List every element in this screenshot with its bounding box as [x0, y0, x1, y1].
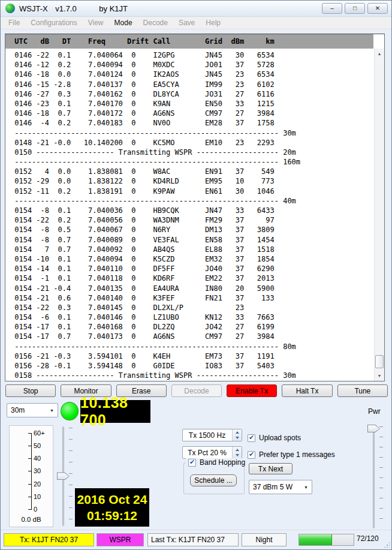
decode-row: 0154 -17 0.1 7.040168 0 DL2ZQ JO42 27 61…	[10, 322, 374, 332]
menu-file[interactable]: File	[3, 17, 25, 28]
spin-up-icon	[236, 449, 239, 451]
pwr-slider[interactable]	[366, 423, 384, 531]
decode-row: 0146 -15 -2.8 7.040137 0 EA5CYA IM99 23 …	[10, 80, 374, 89]
tx-pct-spinner[interactable]: Tx Pct 20 %	[182, 446, 242, 459]
check-icon: ✔	[249, 451, 254, 458]
check-icon: ✔	[189, 459, 195, 465]
tx-freq-value: Tx 1500 Hz	[183, 429, 231, 441]
frequency-display: 10.138 700	[80, 400, 150, 423]
spin-up-button[interactable]	[233, 447, 242, 453]
menu-save[interactable]: Save	[173, 17, 200, 28]
menu-bar: File Configurations View Mode Decode Sav…	[1, 17, 391, 29]
maximize-icon: □	[353, 5, 357, 11]
minimize-button[interactable]: –	[322, 3, 342, 14]
pwr-slider-ticks	[379, 426, 383, 528]
decode-row: 0154 -8 0.7 7.040089 0 VE3FAL EN58 37 14…	[10, 235, 374, 245]
tx-freq-spinner[interactable]: Tx 1500 Hz	[182, 429, 242, 441]
decode-row: 0146 -27 0.3 7.040162 0 DL8YCA JO31 27 6…	[10, 89, 374, 99]
power-select[interactable]: 37 dBm 5 W ▼	[249, 480, 312, 494]
meter-tick	[28, 471, 32, 471]
spin-down-button[interactable]	[233, 435, 242, 441]
decode-row: 0146 -23 0.1 7.040170 0 K9AN EN50 33 121…	[10, 99, 374, 109]
halt-tx-button[interactable]: Halt Tx	[282, 384, 332, 397]
decode-row: 0156 -21 -0.3 3.594101 0 K4EH EM73 37 11…	[10, 351, 374, 361]
decode-header-line: UTC dB DT Freq Drift Call Grid dBm km	[5, 34, 373, 49]
decode-row: 0154 -21 0.6 7.040140 0 K3FEF FN21 37 13…	[10, 293, 374, 303]
scroll-down-icon: ▼	[378, 374, 382, 378]
close-icon: ✕	[375, 5, 380, 11]
decode-row: 0154 -22 0.2 7.040056 0 WA3DNM FM29 37 9…	[10, 215, 374, 225]
status-last-tx: Last Tx: K1JT FN20 37	[147, 533, 239, 546]
schedule-button[interactable]: Schedule ...	[190, 474, 237, 486]
meter-tick-label: 50	[34, 442, 41, 450]
menu-decode[interactable]: Decode	[138, 17, 173, 28]
pwr-slider-groove	[373, 425, 375, 528]
check-icon: ✔	[249, 434, 254, 441]
upload-spots-checkbox[interactable]: ✔ Upload spots	[248, 434, 301, 442]
scrollbar-thumb[interactable]	[375, 355, 384, 368]
maximize-button[interactable]: □	[345, 3, 365, 14]
spin-down-icon	[236, 437, 239, 439]
decode-row-band: ----------------------------------------…	[10, 157, 374, 167]
menu-view[interactable]: View	[83, 17, 109, 28]
prefer-type1-checkbox[interactable]: ✔ Prefer type 1 messages	[248, 450, 335, 459]
enable-tx-button[interactable]: Enable Tx	[227, 384, 277, 397]
pwr-label: Pwr	[368, 407, 381, 416]
decode-row: 0154 -6 0.1 7.040146 0 LZ1UBO KN12 33 76…	[10, 312, 374, 322]
checkbox-box: ✔	[188, 459, 196, 467]
title-bar: WSJT-X v1.7.0 by K1JT – □ ✕	[1, 1, 391, 17]
pwr-slider-thumb[interactable]	[367, 425, 380, 432]
spin-up-button[interactable]	[233, 429, 242, 435]
tx-next-button[interactable]: Tx Next	[249, 463, 293, 474]
main-button-row: Stop Monitor Erase Decode Enable Tx Halt…	[5, 384, 388, 397]
menu-help[interactable]: Help	[200, 17, 226, 28]
spin-down-button[interactable]	[233, 453, 242, 459]
decode-row-band: ----------------------------------------…	[10, 128, 374, 138]
power-selected-value: 37 dBm 5 W	[253, 483, 293, 491]
rx-status-lamp	[61, 402, 79, 420]
decode-rows: 0146 -22 0.1 7.040064 0 I2GPG JN45 30 65…	[5, 49, 374, 381]
app-version: v1.7.0	[55, 4, 76, 13]
progressbar-fill	[299, 534, 332, 545]
decode-row: 0154 -14 0.1 7.040110 0 DF5FF JO40 37 62…	[10, 264, 374, 274]
tune-button[interactable]: Tune	[337, 384, 388, 397]
gain-slider-thumb[interactable]	[57, 472, 70, 480]
decode-row: 0152 -11 0.2 1.838191 0 K9PAW EN61 30 10…	[10, 187, 374, 196]
tx-period-progressbar	[298, 534, 354, 546]
decode-row-tx: 0150 ------------------ Transmitting WSP…	[10, 148, 374, 157]
time-display: 01:59:12	[87, 507, 137, 524]
menu-configurations[interactable]: Configurations	[25, 17, 82, 28]
close-button[interactable]: ✕	[367, 3, 388, 14]
band-hopping-checkbox[interactable]: ✔ Band Hopping	[186, 458, 248, 467]
tx-pct-value: Tx Pct 20 %	[183, 447, 231, 458]
vertical-scrollbar[interactable]: ▲ ▼	[374, 49, 384, 381]
chevron-down-icon: ▼	[304, 485, 308, 489]
gain-slider-ticks	[69, 428, 73, 526]
meter-tick-label: 20	[34, 480, 41, 488]
rx-gain-slider[interactable]	[56, 424, 74, 528]
progress-count-label: 72/120	[357, 534, 379, 543]
resize-grip-icon[interactable]	[384, 542, 390, 548]
band-select[interactable]: 30m ▼	[7, 403, 58, 417]
decode-row: 0146 -18 0.7 7.040172 0 AG6NS CM97 27 39…	[10, 109, 374, 118]
decode-row-band: ----------------------------------------…	[10, 342, 374, 351]
meter-tick-label: 30	[34, 467, 41, 475]
scroll-down-button[interactable]: ▼	[375, 371, 384, 381]
meter-readout: 0.0 dB	[10, 516, 53, 523]
decode-row: 0154 -22 0.3 7.040145 0 DL2XL/P 23	[10, 303, 374, 312]
stop-button[interactable]: Stop	[5, 384, 56, 397]
decode-row: 0146 -12 0.2 7.040094 0 M0XDC JO01 37 57…	[10, 60, 374, 70]
meter-tick-label: 60+	[34, 429, 45, 437]
prefer-type1-label: Prefer type 1 messages	[259, 450, 335, 459]
band-selected-value: 30m	[11, 406, 25, 414]
checkbox-box: ✔	[248, 434, 255, 442]
meter-tick-label: 10	[34, 493, 41, 501]
decode-row: 0154 -21 -0.4 7.040135 0 EA4URA IN80 20 …	[10, 284, 374, 293]
decode-button[interactable]: Decode	[171, 384, 222, 397]
decode-row: 0156 -28 -0.1 3.594148 0 G0IDE IO83 37 5…	[10, 361, 374, 371]
menu-mode[interactable]: Mode	[109, 17, 138, 28]
scroll-up-button[interactable]: ▲	[375, 49, 384, 59]
level-meter: 60+50403020100 0.0 dB	[9, 425, 53, 527]
decode-row: 0148 -21 -0.0 10.140200 0 KC5MO EM10 23 …	[10, 138, 374, 148]
wsjtx-window: WSJT-X v1.7.0 by K1JT – □ ✕ File Configu…	[0, 0, 392, 550]
